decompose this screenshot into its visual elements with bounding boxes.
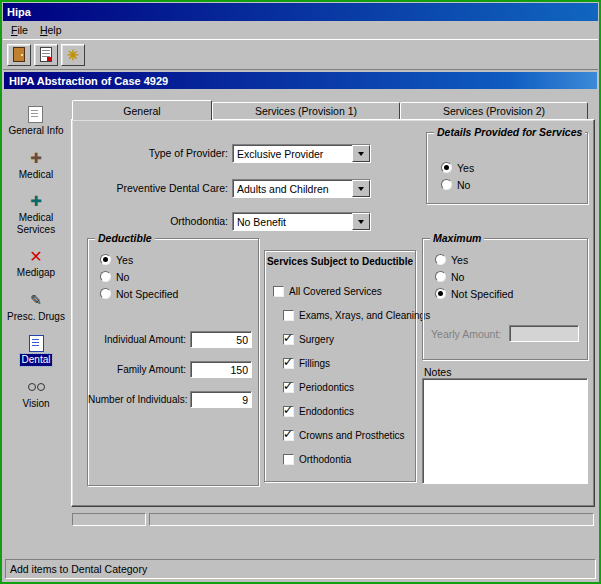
- tab-label: General: [123, 105, 160, 117]
- checkbox-icon: [283, 358, 294, 369]
- radio-icon: [435, 271, 446, 282]
- exit-button[interactable]: [7, 44, 31, 66]
- title-bar[interactable]: Hipa: [3, 3, 598, 21]
- radio-icon: [435, 254, 446, 265]
- status-panel-right: [149, 513, 594, 526]
- radio-label: Yes: [116, 254, 133, 266]
- radio-label: Yes: [451, 254, 468, 266]
- sidebar-item-presc-drugs[interactable]: ✎ Presc. Drugs: [5, 291, 67, 323]
- radio-deductible-not-specified[interactable]: Not Specified: [100, 287, 178, 300]
- menu-bar: File Help: [3, 21, 598, 39]
- family-amount-input[interactable]: [190, 361, 252, 378]
- details-group-title: Details Provided for Services: [434, 126, 585, 138]
- medigap-icon: ✕: [29, 247, 42, 265]
- checkbox-orthodontia[interactable]: Orthodontia: [283, 453, 351, 466]
- orthodontia-label: Orthodontia:: [82, 215, 228, 227]
- medical-icon: ✚: [30, 149, 42, 167]
- checkbox-endodontics[interactable]: Endodontics: [283, 405, 354, 418]
- details-group: Details Provided for Services Yes No: [426, 132, 588, 204]
- checkbox-exams-xrays-cleanings[interactable]: Exams, Xrays, and Cleanings: [283, 309, 430, 322]
- checkbox-label: Exams, Xrays, and Cleanings: [299, 310, 430, 321]
- menu-help[interactable]: Help: [34, 23, 68, 37]
- case-header-title: HIPA Abstraction of Case 4929: [9, 75, 168, 87]
- preventive-dropdown-button[interactable]: [352, 180, 370, 197]
- radio-label: No: [116, 271, 129, 283]
- services-subject-group: Services Subject to Deductible All Cover…: [264, 250, 416, 482]
- sidebar-item-medical[interactable]: ✚ Medical: [17, 149, 55, 181]
- provider-dropdown-button[interactable]: [352, 145, 370, 162]
- radio-icon: [441, 162, 452, 173]
- services-subject-title: Services Subject to Deductible: [265, 256, 415, 267]
- orthodontia-combo[interactable]: No Benefit: [232, 212, 371, 231]
- checkbox-icon: [283, 430, 294, 441]
- orthodontia-value: No Benefit: [233, 213, 352, 230]
- checkbox-icon: [273, 286, 284, 297]
- yearly-amount-label: Yearly Amount:: [431, 328, 501, 340]
- checkbox-icon: [283, 334, 294, 345]
- radio-label: Not Specified: [451, 288, 513, 300]
- deductible-group-title: Deductible: [95, 232, 155, 244]
- status-text: Add items to Dental Category: [10, 563, 147, 575]
- radio-label: Not Specified: [116, 288, 178, 300]
- radio-maximum-not-specified[interactable]: Not Specified: [435, 287, 513, 300]
- checkbox-crowns-prosthetics[interactable]: Crowns and Prosthetics: [283, 429, 405, 442]
- vision-icon: [28, 382, 45, 391]
- checkbox-label: Periodontics: [299, 382, 354, 393]
- maximum-group-title: Maximum: [430, 232, 484, 244]
- radio-deductible-no[interactable]: No: [100, 270, 129, 283]
- sidebar-item-general-info[interactable]: General Info: [6, 105, 65, 137]
- general-tab-page: Type of Provider: Exclusive Provider Pre…: [71, 119, 595, 507]
- preventive-combo[interactable]: Adults and Children: [232, 179, 371, 198]
- sidebar-item-medigap[interactable]: ✕ Medigap: [15, 247, 57, 279]
- sidebar-item-label: Dental: [20, 354, 53, 366]
- preventive-label: Preventive Dental Care:: [82, 182, 228, 194]
- individual-amount-input[interactable]: [190, 331, 252, 348]
- sidebar-item-label: Presc. Drugs: [5, 311, 67, 323]
- radio-details-no[interactable]: No: [441, 178, 470, 191]
- notes-label: Notes: [424, 366, 451, 378]
- radio-deductible-yes[interactable]: Yes: [100, 253, 133, 266]
- report-icon: [40, 47, 52, 62]
- checkbox-all-covered-services[interactable]: All Covered Services: [273, 285, 382, 298]
- radio-icon: [100, 288, 111, 299]
- tab-label: Services (Provision 1): [255, 105, 357, 117]
- radio-maximum-no[interactable]: No: [435, 270, 464, 283]
- radio-maximum-yes[interactable]: Yes: [435, 253, 468, 266]
- menu-file[interactable]: File: [5, 23, 34, 37]
- tab-services-provision-2[interactable]: Services (Provision 2): [400, 102, 588, 119]
- general-info-icon: [28, 106, 43, 123]
- sidebar-item-dental[interactable]: Dental: [20, 334, 53, 366]
- number-of-individuals-input[interactable]: [190, 391, 252, 408]
- sidebar: General Info ✚ Medical ✚ Medical Service…: [3, 91, 69, 557]
- tab-services-provision-1[interactable]: Services (Provision 1): [212, 102, 400, 119]
- tab-label: Services (Provision 2): [443, 105, 545, 117]
- sidebar-item-label: Vision: [20, 398, 51, 410]
- checkbox-fillings[interactable]: Fillings: [283, 357, 330, 370]
- checkbox-icon: [283, 382, 294, 393]
- tab-general[interactable]: General: [72, 100, 212, 120]
- chevron-down-icon: [358, 220, 364, 227]
- notes-textarea[interactable]: [422, 378, 588, 484]
- provider-combo[interactable]: Exclusive Provider: [232, 144, 371, 163]
- report-button[interactable]: [34, 44, 58, 66]
- radio-icon: [441, 179, 452, 190]
- tab-bar: General Services (Provision 1) Services …: [71, 99, 595, 119]
- settings-gear-icon: ✳: [67, 48, 79, 62]
- sidebar-item-vision[interactable]: Vision: [20, 378, 51, 410]
- yearly-amount-input: [509, 325, 579, 342]
- checkbox-label: Endodontics: [299, 406, 354, 417]
- radio-icon: [435, 288, 446, 299]
- individual-amount-label: Individual Amount:: [88, 334, 186, 345]
- sidebar-item-medical-services[interactable]: ✚ Medical Services: [5, 192, 67, 235]
- settings-button[interactable]: ✳: [61, 44, 85, 66]
- checkbox-surgery[interactable]: Surgery: [283, 333, 334, 346]
- checkbox-icon: [283, 310, 294, 321]
- toolbar: ✳: [3, 39, 598, 70]
- chevron-down-icon: [358, 187, 364, 194]
- status-bar: Add items to Dental Category: [5, 559, 596, 579]
- orthodontia-dropdown-button[interactable]: [352, 213, 370, 230]
- app-window: Hipa File Help ✳ HIPA Abstraction of Cas…: [0, 0, 601, 584]
- sidebar-item-label: Medical Services: [5, 212, 67, 235]
- checkbox-periodontics[interactable]: Periodontics: [283, 381, 354, 394]
- radio-details-yes[interactable]: Yes: [441, 161, 474, 174]
